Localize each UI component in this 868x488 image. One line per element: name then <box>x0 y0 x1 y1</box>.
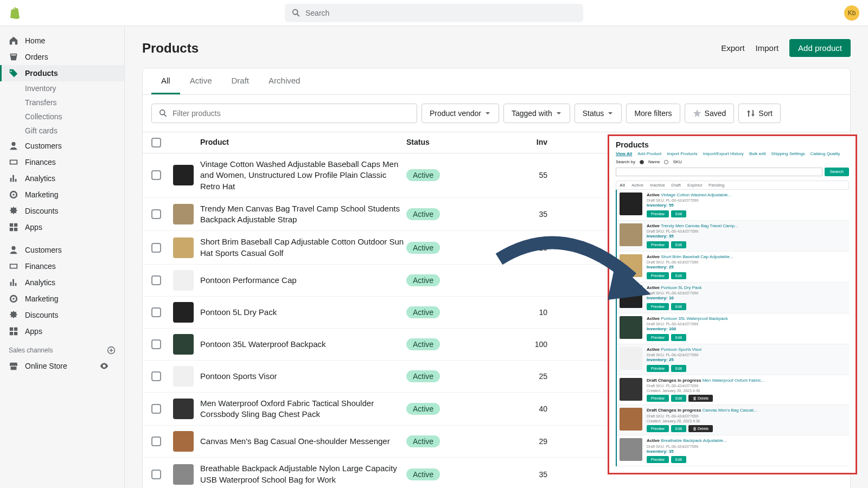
overlay-preview-btn[interactable]: Preview <box>647 303 669 310</box>
overlay-tab[interactable]: Inactive <box>650 183 665 188</box>
row-checkbox[interactable] <box>151 404 161 414</box>
product-name[interactable]: Trendy Men Canvas Bag Travel Camp School… <box>200 203 406 226</box>
overlay-link[interactable]: Import/Export History <box>703 151 744 156</box>
overlay-preview-btn[interactable]: Preview <box>647 210 669 217</box>
overlay-preview-btn[interactable]: Preview <box>647 365 669 372</box>
sidebar-sub-inventory[interactable]: Inventory <box>0 81 124 95</box>
sidebar-item-customers[interactable]: Customers <box>0 138 124 154</box>
visibility-icon[interactable] <box>99 361 109 371</box>
overlay-item-title[interactable]: Pontoon 5L Dry Pack <box>661 285 701 290</box>
filter-more[interactable]: More filters <box>626 104 680 123</box>
overlay-edit-btn[interactable]: Edit <box>671 365 686 372</box>
overlay-edit-btn[interactable]: Edit <box>671 425 686 432</box>
filter-vendor[interactable]: Product vendor <box>422 104 499 123</box>
row-checkbox[interactable] <box>151 470 161 479</box>
import-button[interactable]: Import <box>756 43 779 53</box>
tab-all[interactable]: All <box>151 68 180 94</box>
filter-status[interactable]: Status <box>575 104 622 123</box>
add-channel-icon[interactable] <box>107 346 116 355</box>
sidebar-item-products[interactable]: Products <box>0 65 124 81</box>
overlay-preview-btn[interactable]: Preview <box>647 425 669 432</box>
filter-tagged[interactable]: Tagged with <box>503 104 570 123</box>
tab-active[interactable]: Active <box>180 68 222 94</box>
global-search[interactable]: Search <box>285 4 583 22</box>
overlay-item-title[interactable]: Canvas Men's Bag Casual... <box>703 408 757 413</box>
overlay-item-title[interactable]: Pontoon Sports Visor <box>661 347 701 352</box>
filter-sort[interactable]: Sort <box>738 104 781 123</box>
overlay-preview-btn[interactable]: Preview <box>647 241 669 248</box>
overlay-edit-btn[interactable]: Edit <box>671 456 686 463</box>
overlay-tab[interactable]: Active <box>631 183 643 188</box>
overlay-link[interactable]: Catalog Quality <box>810 151 840 156</box>
sidebar-item-marketing[interactable]: Marketing <box>0 187 124 203</box>
sidebar-item-online-store[interactable]: Online Store <box>0 358 124 374</box>
sidebar-item-customers-2[interactable]: Customers <box>0 242 124 258</box>
row-checkbox[interactable] <box>151 209 161 219</box>
column-inventory[interactable]: Inv <box>504 138 547 147</box>
overlay-delete-btn[interactable]: 🗑 Delete <box>688 395 713 402</box>
product-name[interactable]: Pontoon Performance Cap <box>200 275 406 286</box>
overlay-preview-btn[interactable]: Preview <box>647 395 669 402</box>
overlay-tab[interactable]: Expired <box>687 183 702 188</box>
overlay-preview-btn[interactable]: Preview <box>647 334 669 341</box>
overlay-edit-btn[interactable]: Edit <box>671 241 686 248</box>
row-checkbox[interactable] <box>151 307 161 317</box>
overlay-item-title[interactable]: Trendy Men Canvas Bag Travel Camp... <box>661 223 738 228</box>
overlay-tab[interactable]: Pending <box>709 183 724 188</box>
overlay-item-title[interactable]: Short Brim Baseball Cap Adjustable... <box>661 254 733 259</box>
select-all-checkbox[interactable] <box>151 138 161 147</box>
sidebar-item-marketing-2[interactable]: Marketing <box>0 291 124 307</box>
overlay-edit-btn[interactable]: Edit <box>671 272 686 279</box>
column-product[interactable]: Product <box>200 138 406 147</box>
overlay-item-title[interactable]: Breathable Backpack Adjustable... <box>661 438 726 443</box>
overlay-edit-btn[interactable]: Edit <box>671 334 686 341</box>
row-checkbox[interactable] <box>151 339 161 349</box>
filter-saved[interactable]: Saved <box>685 104 735 123</box>
overlay-link[interactable]: View All <box>616 151 632 156</box>
tab-archived[interactable]: Archived <box>259 68 310 94</box>
product-name[interactable]: Short Brim Baseball Cap Adjustable Cotto… <box>200 236 406 259</box>
sidebar-item-finances[interactable]: Finances <box>0 154 124 170</box>
row-checkbox[interactable] <box>151 170 161 180</box>
overlay-tab[interactable]: Draft <box>672 183 681 188</box>
overlay-search-button[interactable]: Search <box>825 168 849 176</box>
avatar[interactable]: Kb <box>844 5 859 21</box>
overlay-item-title[interactable]: Vintage Cotton Washed Adjustable... <box>661 192 731 197</box>
overlay-preview-btn[interactable]: Preview <box>647 272 669 279</box>
sidebar-item-analytics[interactable]: Analytics <box>0 170 124 187</box>
sidebar-sub-giftcards[interactable]: Gift cards <box>0 124 124 138</box>
overlay-edit-btn[interactable]: Edit <box>671 395 686 402</box>
overlay-search-input[interactable] <box>616 168 822 176</box>
overlay-edit-btn[interactable]: Edit <box>671 210 686 217</box>
overlay-item-title[interactable]: Pontoon 35L Waterproof Backpack <box>661 316 727 321</box>
filter-products-input[interactable] <box>151 104 417 123</box>
sidebar-sub-transfers[interactable]: Transfers <box>0 95 124 110</box>
overlay-preview-btn[interactable]: Preview <box>647 456 669 463</box>
radio-sku[interactable] <box>664 160 668 164</box>
product-name[interactable]: Vintage Cotton Washed Adjustable Basebal… <box>200 159 406 192</box>
overlay-tab[interactable]: All <box>620 183 625 188</box>
product-name[interactable]: Pontoon 35L Waterproof Backpack <box>200 339 406 350</box>
row-checkbox[interactable] <box>151 243 161 253</box>
overlay-item-title[interactable]: Men Waterproof Oxford Fabric... <box>703 378 764 383</box>
product-name[interactable]: Breathable Backpack Adjustable Nylon Lar… <box>200 463 406 485</box>
sidebar-item-analytics-2[interactable]: Analytics <box>0 274 124 291</box>
overlay-link[interactable]: Shipping Settings <box>771 151 805 156</box>
sidebar-item-apps-2[interactable]: Apps <box>0 323 124 339</box>
filter-input-field[interactable] <box>173 109 410 118</box>
add-product-button[interactable]: Add product <box>789 39 851 57</box>
product-name[interactable]: Men Waterproof Oxford Fabric Tactical Sh… <box>200 398 406 420</box>
overlay-link[interactable]: Bulk edit <box>749 151 766 156</box>
sidebar-item-apps[interactable]: Apps <box>0 219 124 235</box>
export-button[interactable]: Export <box>721 43 744 53</box>
product-name[interactable]: Pontoon Sports Visor <box>200 371 406 382</box>
sidebar-item-home[interactable]: Home <box>0 33 124 49</box>
overlay-edit-btn[interactable]: Edit <box>671 303 686 310</box>
sidebar-item-finances-2[interactable]: Finances <box>0 258 124 274</box>
product-name[interactable]: Pontoon 5L Dry Pack <box>200 307 406 318</box>
overlay-link[interactable]: Add Product <box>637 151 661 156</box>
column-status[interactable]: Status <box>406 138 504 147</box>
row-checkbox[interactable] <box>151 275 161 285</box>
row-checkbox[interactable] <box>151 436 161 446</box>
tab-draft[interactable]: Draft <box>222 68 259 94</box>
